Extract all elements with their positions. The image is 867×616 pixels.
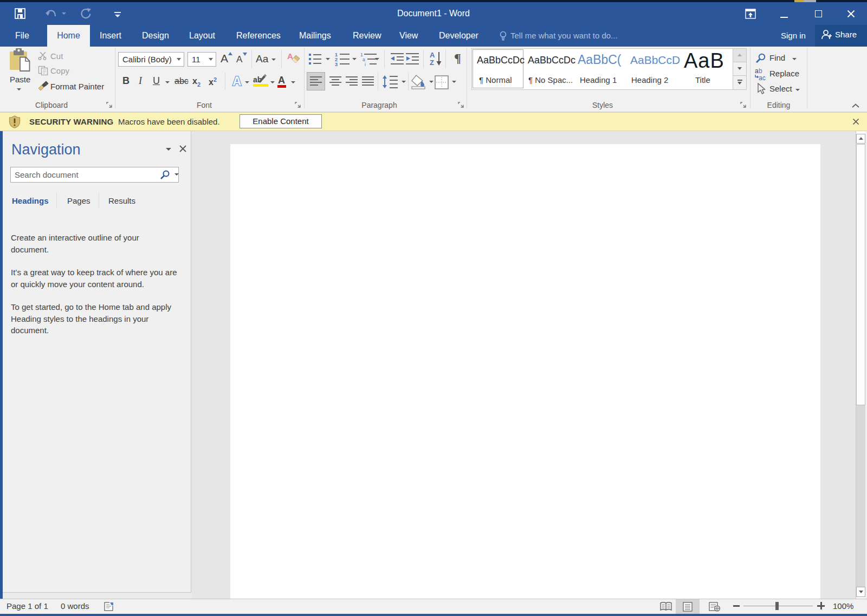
svg-text:A: A bbox=[430, 51, 435, 59]
svg-text:3: 3 bbox=[335, 62, 338, 66]
svg-text:Z: Z bbox=[430, 59, 434, 66]
svg-text:a: a bbox=[755, 68, 759, 75]
svg-text:ac: ac bbox=[759, 74, 766, 81]
svg-text:i: i bbox=[365, 62, 366, 66]
svg-text:A: A bbox=[232, 74, 242, 88]
